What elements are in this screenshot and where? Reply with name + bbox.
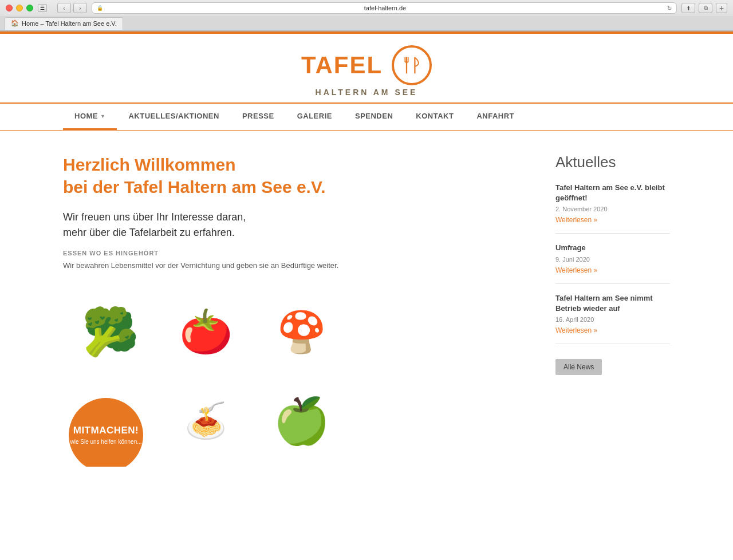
news-title-3: Tafel Haltern am See nimmt Betrieb wiede… (555, 293, 670, 314)
back-button[interactable]: ‹ (57, 3, 71, 13)
tab-favicon: 🏠 (11, 19, 19, 27)
new-tab-button[interactable]: + (716, 3, 727, 13)
tab-overview-button[interactable]: ⧉ (699, 3, 712, 13)
food-pasta: 🍝 (159, 375, 254, 467)
nav-item-aktuelles[interactable]: AKTUELLES/AKTIONEN (117, 104, 231, 130)
news-item-3: Tafel Haltern am See nimmt Betrieb wiede… (555, 293, 670, 344)
website-content: TAFEL HALTERN AM SEE HOME (0, 34, 733, 520)
slogan-text: ESSEN WO ES HINGEHÖRT (63, 250, 521, 257)
news-title-1: Tafel Haltern am See e.V. bleibt geöffne… (555, 183, 670, 203)
close-button[interactable] (6, 5, 13, 11)
nav-item-anfahrt[interactable]: ANFAHRT (465, 104, 526, 130)
nav-buttons: ‹ › (57, 3, 87, 13)
site-nav: HOME ▼ AKTUELLES/AKTIONEN PRESSE GALERIE… (0, 102, 733, 131)
nav-item-spenden[interactable]: SPENDEN (344, 104, 404, 130)
url-text: tafel-haltern.de (107, 5, 664, 11)
weiterlesen-1[interactable]: Weiterlesen » (555, 216, 670, 224)
news-title-2: Umfrage (555, 243, 670, 253)
intro-text: Wir freuen uns über Ihr Interesse daran,… (63, 210, 521, 240)
food-tomato: 🍅 (159, 289, 254, 375)
title-bar: ☰ ‹ › 🔒 tafel-haltern.de ↻ ⬆ ⧉ + (0, 0, 733, 16)
site-header: TAFEL HALTERN AM SEE (0, 34, 733, 102)
welcome-heading: Herzlich Willkommen bei der Tafel Halter… (63, 153, 521, 198)
nav-item-kontakt[interactable]: KONTAKT (404, 104, 465, 130)
logo-area: TAFEL (301, 45, 432, 85)
minimize-button[interactable] (16, 5, 23, 11)
news-item-1: Tafel Haltern am See e.V. bleibt geöffne… (555, 183, 670, 234)
window-chrome: ☰ ‹ › 🔒 tafel-haltern.de ↻ ⬆ ⧉ + 🏠 Home … (0, 0, 733, 31)
lock-icon: 🔒 (97, 5, 103, 11)
aktuelles-title: Aktuelles (555, 153, 670, 171)
aktuelles-sidebar: Aktuelles Tafel Haltern am See e.V. blei… (555, 153, 670, 467)
news-date-3: 16. April 2020 (555, 316, 670, 323)
mitmachen-overlay[interactable]: MITMACHEN! wie Sie uns helfen können... (69, 398, 143, 467)
logo-icon (392, 45, 432, 85)
food-mushrooms: 🍄 (254, 289, 349, 375)
main-content: Herzlich Willkommen bei der Tafel Halter… (52, 131, 681, 490)
food-broccoli: 🥦 (63, 289, 159, 375)
sidebar-toggle[interactable]: ☰ (38, 4, 47, 12)
tab-bar: 🏠 Home – Tafel Haltern am See e.V. (0, 16, 733, 31)
weiterlesen-3[interactable]: Weiterlesen » (555, 326, 670, 334)
forward-button[interactable]: › (73, 3, 87, 13)
nav-inner: HOME ▼ AKTUELLES/AKTIONEN PRESSE GALERIE… (52, 104, 681, 130)
news-item-2: Umfrage 9. Juni 2020 Weiterlesen » (555, 243, 670, 283)
active-tab[interactable]: 🏠 Home – Tafel Haltern am See e.V. (5, 17, 123, 30)
toolbar-right: ⬆ ⧉ + (681, 3, 727, 13)
news-date-2: 9. Juni 2020 (555, 256, 670, 263)
weiterlesen-2[interactable]: Weiterlesen » (555, 266, 670, 274)
food-grid: 🥦 🍅 🍄 🍞 MITMACHEN! wie Sie uns helfen kö… (63, 289, 349, 467)
address-bar[interactable]: 🔒 tafel-haltern.de ↻ (92, 2, 677, 14)
traffic-lights (6, 5, 33, 11)
description-text: Wir bewahren Lebensmittel vor der Vernic… (63, 260, 521, 272)
food-bread-mitmachen: 🍞 MITMACHEN! wie Sie uns helfen können..… (63, 375, 159, 467)
nav-item-presse[interactable]: PRESSE (231, 104, 286, 130)
logo-subtitle: HALTERN AM SEE (316, 88, 418, 97)
mitmachen-title: MITMACHEN! (73, 425, 139, 436)
nav-item-galerie[interactable]: GALERIE (286, 104, 344, 130)
fullscreen-button[interactable] (26, 5, 33, 11)
mitmachen-subtitle: wie Sie uns helfen können... (70, 438, 141, 445)
tab-title: Home – Tafel Haltern am See e.V. (22, 20, 117, 27)
nav-item-home[interactable]: HOME ▼ (63, 104, 117, 130)
nav-dropdown-arrow: ▼ (100, 113, 105, 119)
content-left: Herzlich Willkommen bei der Tafel Halter… (63, 153, 521, 467)
share-button[interactable]: ⬆ (681, 3, 695, 13)
reload-button[interactable]: ↻ (667, 5, 672, 11)
news-date-1: 2. November 2020 (555, 206, 670, 212)
food-apple: 🍏 (254, 375, 349, 467)
logo-text: TAFEL (301, 52, 383, 79)
fork-knife-icon (401, 55, 422, 76)
alle-news-button[interactable]: Alle News (555, 359, 602, 375)
